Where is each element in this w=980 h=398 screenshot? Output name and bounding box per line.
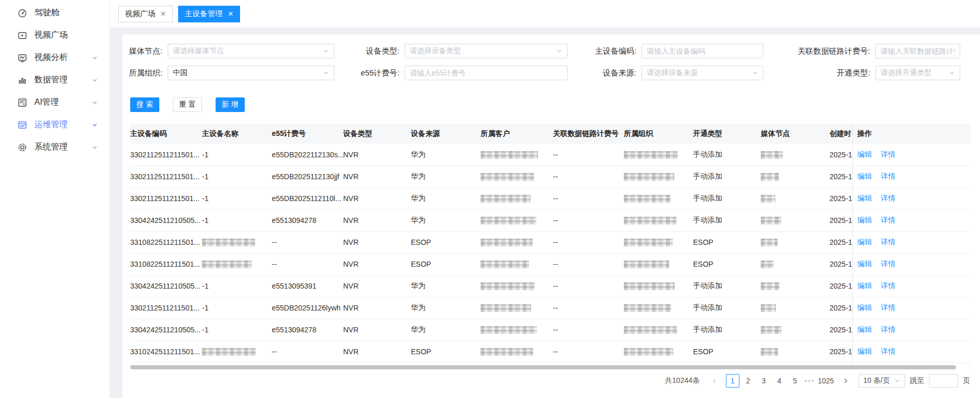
detail-link[interactable]: 详情	[881, 150, 896, 158]
cell-source: 华为	[411, 275, 481, 297]
redacted-value	[481, 239, 533, 246]
reset-button[interactable]: 重 置	[173, 97, 202, 112]
chevron-down-icon	[949, 70, 955, 76]
column-header-8: 开通类型	[693, 124, 761, 144]
detail-link[interactable]: 详情	[881, 194, 896, 202]
redacted-value	[202, 239, 255, 246]
sidebar-item-4[interactable]: AAI管理	[0, 91, 109, 114]
tab-0[interactable]: 视频广场✕	[118, 6, 173, 22]
cell-open: 手动添加	[693, 166, 761, 188]
sidebar-item-3[interactable]: 数据管理	[0, 69, 109, 91]
page-number-last[interactable]: 1025	[818, 374, 834, 388]
close-icon[interactable]: ✕	[228, 10, 233, 18]
sidebar-item-5[interactable]: 运维管理	[0, 114, 109, 136]
close-icon[interactable]: ✕	[160, 10, 166, 18]
page-number-4[interactable]: 4	[773, 374, 786, 388]
sidebar-item-label: 驾驶舱	[34, 7, 59, 18]
edit-link[interactable]: 编辑	[858, 259, 872, 268]
jump-page-input[interactable]	[929, 374, 958, 388]
edit-link[interactable]: 编辑	[858, 238, 872, 246]
next-page-button[interactable]	[840, 374, 851, 388]
horizontal-scrollbar[interactable]	[130, 365, 970, 369]
device-type-select[interactable]: 请选择设备类型	[405, 44, 568, 58]
page-number-3[interactable]: 3	[757, 374, 771, 388]
cell-media	[761, 319, 830, 341]
edit-link[interactable]: 编辑	[858, 303, 872, 312]
page-number-1[interactable]: 1	[726, 374, 739, 388]
edit-link[interactable]: 编辑	[858, 194, 872, 202]
cell-type: NVR	[343, 341, 411, 363]
redacted-value	[481, 260, 529, 268]
edit-link[interactable]: 编辑	[858, 172, 872, 180]
page-number-5[interactable]: 5	[788, 374, 802, 388]
cell-link: --	[553, 319, 624, 341]
detail-link[interactable]: 详情	[881, 216, 896, 224]
detail-link[interactable]: 详情	[881, 259, 896, 268]
cell-media	[761, 209, 830, 231]
horizontal-scrollbar-thumb[interactable]	[130, 365, 956, 369]
cell-e55: e55DB2025112110l...	[272, 188, 343, 209]
column-header-11: 操作	[852, 124, 970, 144]
detail-link[interactable]: 详情	[881, 347, 896, 355]
tab-bar: 视频广场✕主设备管理✕	[110, 0, 980, 28]
redacted-value	[624, 239, 673, 246]
page-unit-label: 页	[963, 376, 970, 385]
page-number-2[interactable]: 2	[742, 374, 755, 388]
add-button[interactable]: 新 增	[216, 97, 245, 112]
prev-page-button[interactable]	[709, 374, 720, 388]
search-button[interactable]: 搜 索	[130, 97, 159, 112]
cell-media	[761, 297, 830, 319]
sidebar-item-2[interactable]: 视频分析	[0, 46, 109, 69]
jump-to-label: 跳至	[910, 376, 924, 385]
page-size-select[interactable]: 10 条/页	[859, 374, 905, 388]
edit-link[interactable]: 编辑	[858, 325, 872, 333]
cell-operations: 编辑详情	[852, 144, 970, 166]
sidebar-item-0[interactable]: 驾驶舱	[0, 2, 109, 24]
cell-type: NVR	[343, 209, 411, 231]
cell-org	[624, 319, 693, 341]
chevron-down-icon	[92, 77, 98, 83]
detail-link[interactable]: 详情	[881, 238, 896, 246]
edit-link[interactable]: 编辑	[858, 281, 872, 290]
edit-link[interactable]: 编辑	[858, 150, 872, 158]
cell-operations: 编辑详情	[852, 253, 970, 275]
detail-link[interactable]: 详情	[881, 172, 896, 180]
edit-link[interactable]: 编辑	[858, 347, 872, 355]
cell-media	[761, 144, 830, 166]
sidebar-item-6[interactable]: 系统管理	[0, 136, 109, 158]
open-type-select-label: 开通类型:	[837, 68, 875, 78]
cell-operations: 编辑详情	[852, 188, 970, 209]
detail-link[interactable]: 详情	[881, 325, 896, 333]
device-table-wrap: 主设备编码主设备名称e55计费号设备类型设备来源所属客户关联数据链路计费号所属组…	[130, 124, 970, 369]
e55-billing-input[interactable]	[405, 66, 568, 80]
detail-link[interactable]: 详情	[881, 281, 896, 290]
cell-operations: 编辑详情	[852, 341, 970, 363]
cell-link: --	[553, 188, 624, 209]
sidebar-item-1[interactable]: 视频广场	[0, 24, 109, 46]
cell-created: 2025-1	[830, 275, 852, 297]
cell-type: NVR	[343, 166, 411, 188]
organization-select[interactable]: 中国	[168, 66, 334, 80]
cell-customer	[481, 275, 553, 297]
cell-org	[624, 275, 693, 297]
edit-link[interactable]: 编辑	[858, 216, 872, 224]
device-source-select[interactable]: 请选择设备来源	[642, 66, 763, 80]
open-type-select[interactable]: 请选择开通类型	[875, 66, 960, 80]
media-node-select[interactable]: 请选择媒体节点	[168, 44, 334, 58]
cell-e55: e5513094278	[272, 319, 343, 341]
detail-link[interactable]: 详情	[881, 303, 896, 312]
redacted-value	[481, 173, 534, 181]
select-placeholder: 请选择设备来源	[647, 68, 752, 78]
cell-type: NVR	[343, 231, 411, 253]
cell-e55: e55DB2025112130jjf	[272, 166, 343, 188]
chevron-down-icon	[323, 48, 329, 54]
media-node-select-label: 媒体节点:	[129, 46, 168, 56]
device-code-input[interactable]	[642, 44, 763, 58]
page-ellipsis[interactable]: •••	[805, 377, 815, 385]
tab-1[interactable]: 主设备管理✕	[178, 6, 240, 22]
link-billing-input[interactable]	[875, 44, 960, 58]
cell-org	[624, 341, 693, 363]
organization-select-label: 所属组织:	[129, 68, 168, 78]
cell-customer	[481, 341, 553, 363]
redacted-value	[761, 260, 774, 268]
